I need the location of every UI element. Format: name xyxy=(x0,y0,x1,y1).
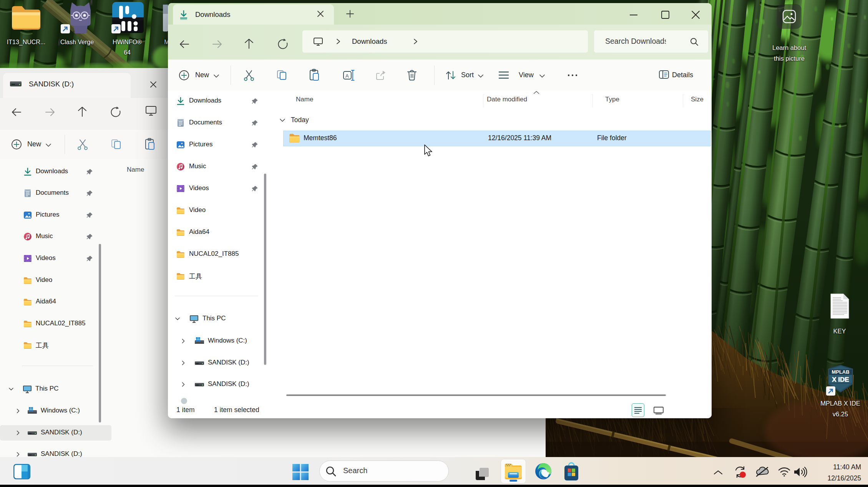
svg-text:MPLAB: MPLAB xyxy=(831,369,849,375)
svg-text:X IDE: X IDE xyxy=(832,376,849,383)
svg-text:A: A xyxy=(345,73,349,79)
